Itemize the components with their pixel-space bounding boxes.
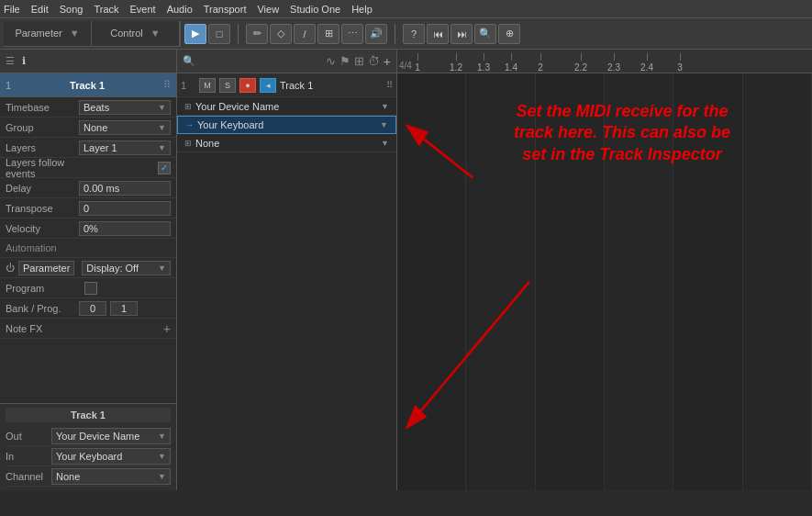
ruler-mark-1-4: 1.4 bbox=[511, 53, 524, 73]
program-checkbox[interactable] bbox=[84, 282, 97, 295]
timebase-dropdown[interactable]: Beats ▼ bbox=[79, 100, 171, 115]
select-rect-button[interactable]: □ bbox=[208, 24, 230, 44]
ruler-mark-1-3: 1.3 bbox=[484, 53, 496, 73]
menu-audio[interactable]: Audio bbox=[167, 4, 193, 15]
timeline-panel: 4/4 1 1.2 1.3 1.4 bbox=[397, 50, 812, 490]
menu-transport[interactable]: Transport bbox=[204, 4, 247, 15]
search-icon: 🔍 bbox=[183, 55, 195, 67]
prog-value[interactable]: 1 bbox=[110, 301, 138, 316]
timeline-ruler: 4/4 1 1.2 1.3 1.4 bbox=[397, 50, 812, 73]
curve-icon: ∿ bbox=[326, 54, 336, 68]
toolbar-help-group: ? ⏮ ⏭ 🔍 ⊕ bbox=[403, 24, 520, 44]
group-row: Group None ▼ bbox=[0, 118, 176, 138]
in-dropdown[interactable]: Your Keyboard ▼ bbox=[51, 448, 171, 465]
io-row-in[interactable]: → Your Keyboard ▼ bbox=[177, 116, 396, 134]
snap-button[interactable]: ⋯ bbox=[341, 24, 363, 44]
menu-studio-one[interactable]: Studio One bbox=[290, 4, 340, 15]
grid2-icon: ⊞ bbox=[354, 54, 364, 68]
forward-button[interactable]: ⏭ bbox=[450, 24, 473, 44]
erase-tool-button[interactable]: ◇ bbox=[270, 24, 292, 44]
transpose-value[interactable]: 0 bbox=[79, 201, 171, 216]
velocity-label: Velocity bbox=[6, 223, 79, 234]
none-dropdown-arrow[interactable]: ▼ bbox=[381, 139, 389, 148]
inspector-info-icon: ℹ bbox=[22, 55, 26, 67]
solo-button[interactable]: S bbox=[219, 78, 236, 93]
toolbar-separator-2 bbox=[395, 24, 395, 44]
line-tool-button[interactable]: / bbox=[294, 24, 316, 44]
timeline-content: Set the MIDI receive for thetrack here. … bbox=[397, 73, 812, 490]
bank-value[interactable]: 0 bbox=[79, 301, 106, 316]
track-handle-icon: ⠿ bbox=[163, 79, 171, 91]
layers-label: Layers bbox=[6, 142, 79, 153]
note-fx-add-button[interactable]: + bbox=[163, 321, 171, 336]
transpose-label: Transpose bbox=[6, 203, 79, 214]
power-icon: ⏻ bbox=[6, 263, 15, 273]
grid-button[interactable]: ⊞ bbox=[317, 24, 339, 44]
note-fx-row: Note FX + bbox=[0, 319, 176, 339]
add-track-button[interactable]: + bbox=[384, 54, 391, 69]
group-dropdown[interactable]: None ▼ bbox=[79, 120, 171, 135]
automation-param-dropdown[interactable]: Parameter bbox=[18, 261, 74, 275]
automation-parameter-row: ⏻ Parameter Display: Off ▼ bbox=[0, 258, 176, 278]
pencil-tool-button[interactable]: ✏ bbox=[246, 24, 268, 44]
layers-dropdown[interactable]: Layer 1 ▼ bbox=[79, 140, 171, 155]
delay-value[interactable]: 0.00 ms bbox=[79, 181, 171, 196]
display-dropdown[interactable]: Display: Off ▼ bbox=[82, 261, 171, 275]
track-item: 1 M S ● ◂ Track 1 ⠿ bbox=[177, 73, 396, 97]
help-button[interactable]: ? bbox=[403, 24, 425, 44]
menu-help[interactable]: Help bbox=[351, 4, 373, 15]
flag-icon: ⚑ bbox=[339, 54, 350, 68]
track-label: 1 Track 1 ⠿ bbox=[0, 73, 176, 97]
layers-follow-checkbox[interactable]: ✓ bbox=[158, 162, 171, 174]
track-list-panel: 🔍 ∿ ⚑ ⊞ ⏱ + 1 M S ● ◂ Track 1 ⠿ ⊞ Your D… bbox=[177, 50, 397, 490]
output-device-label: Your Device Name bbox=[195, 101, 381, 112]
ruler-mark-1: 1 bbox=[417, 53, 423, 73]
ruler-mark-2-4: 2.4 bbox=[647, 53, 660, 73]
menu-track[interactable]: Track bbox=[94, 4, 118, 15]
ruler-mark-2-3: 2.3 bbox=[614, 53, 627, 73]
input-monitor-button[interactable]: ◂ bbox=[260, 78, 276, 93]
layers-row: Layers Layer 1 ▼ bbox=[0, 138, 176, 158]
track-item-name: Track 1 bbox=[280, 80, 383, 91]
select-tool-button[interactable]: ▶ bbox=[184, 24, 206, 44]
main-layout: ☰ ℹ 1 Track 1 ⠿ Timebase Beats ▼ Group N… bbox=[0, 50, 812, 490]
control-dropdown[interactable]: Control ▼ bbox=[92, 21, 180, 46]
clock-icon: ⏱ bbox=[368, 54, 380, 68]
zoom-button[interactable]: 🔍 bbox=[474, 24, 496, 44]
output-icon: ⊞ bbox=[184, 102, 192, 111]
record-button[interactable]: ● bbox=[239, 78, 256, 93]
menu-event[interactable]: Event bbox=[130, 4, 156, 15]
io-row-out: ⊞ Your Device Name ▼ bbox=[177, 97, 396, 116]
inspector-header: ☰ ℹ bbox=[0, 50, 176, 73]
speaker-button[interactable]: 🔊 bbox=[365, 24, 387, 44]
delay-row: Delay 0.00 ms bbox=[0, 178, 176, 198]
velocity-row: Velocity 0% bbox=[0, 219, 176, 239]
menu-edit[interactable]: Edit bbox=[31, 4, 49, 15]
menu-song[interactable]: Song bbox=[60, 4, 83, 15]
timebase-label: Timebase bbox=[6, 102, 79, 113]
menu-icon: ☰ bbox=[6, 55, 15, 67]
toolbar-mode-group: ▶ □ bbox=[184, 24, 230, 44]
menu-file[interactable]: File bbox=[4, 4, 20, 15]
rewind-button[interactable]: ⏮ bbox=[427, 24, 449, 44]
velocity-value[interactable]: 0% bbox=[79, 221, 171, 236]
mute-button[interactable]: M bbox=[199, 78, 216, 93]
layers-follow-events-row: Layers follow events ✓ bbox=[0, 158, 176, 178]
menu-view[interactable]: View bbox=[257, 4, 279, 15]
channel-dropdown[interactable]: None ▼ bbox=[51, 468, 171, 485]
delay-label: Delay bbox=[6, 183, 79, 194]
menu-bar: File Edit Song Track Event Audio Transpo… bbox=[0, 0, 812, 18]
input-dropdown-arrow[interactable]: ▼ bbox=[380, 120, 388, 129]
program-label: Program bbox=[6, 283, 79, 294]
parameter-dropdown[interactable]: Parameter ▼ bbox=[4, 21, 92, 46]
track-name-label: Track 1 bbox=[70, 80, 105, 91]
out-label: Out bbox=[6, 431, 51, 442]
output-dropdown-arrow[interactable]: ▼ bbox=[381, 102, 389, 111]
input-device-label: Your Keyboard bbox=[197, 119, 380, 130]
out-dropdown[interactable]: Your Device Name ▼ bbox=[51, 428, 171, 444]
input-icon: → bbox=[185, 120, 194, 129]
settings-button[interactable]: ⊕ bbox=[498, 24, 520, 44]
bank-row: Bank / Prog. 0 1 bbox=[0, 298, 176, 319]
track-handle-icon2: ⠿ bbox=[386, 80, 393, 90]
track-number: 1 bbox=[6, 80, 11, 91]
